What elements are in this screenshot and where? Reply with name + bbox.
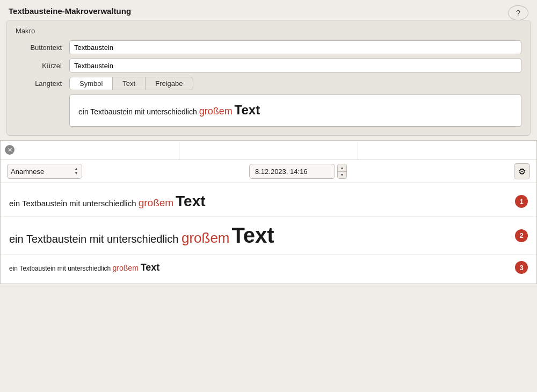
datetime-row: 8.12.2023, 14:16 ▲ ▼ (249, 164, 347, 179)
kuerzel-row: Kürzel (16, 59, 521, 72)
item2-text-normal: ein Textbaustein mit unterschiedlich (9, 233, 182, 245)
stepper-up-button[interactable]: ▲ (338, 164, 346, 172)
gear-icon: ⚙ (518, 166, 526, 177)
window-title: Textbausteine-Makroverwaltung (9, 6, 528, 16)
item1-text-bold: Text (176, 193, 206, 209)
macro-preview-box: ein Textbaustein mit unterschiedlich gro… (69, 95, 521, 127)
item2-text-bold: Text (231, 223, 274, 247)
preview-text-bold: Text (235, 103, 260, 117)
item3-text-bold: Text (141, 262, 160, 273)
badge-1: 1 (515, 195, 528, 208)
preview-item-2[interactable]: ein Textbaustein mit unterschiedlich gro… (1, 217, 536, 255)
item2-text-red: großem (182, 230, 230, 246)
datetime-display: 8.12.2023, 14:16 (249, 164, 335, 179)
preview-item-text-3: ein Textbaustein mit unterschiedlich gro… (9, 262, 515, 273)
tab-group: Symbol Text Freigabe (69, 77, 193, 90)
dropdown-arrows: ▲ ▼ (74, 167, 78, 176)
preview-item-text-2: ein Textbaustein mit unterschiedlich gro… (9, 223, 515, 248)
preview-text-normal: ein Textbaustein mit unterschiedlich (78, 107, 199, 116)
tab-text[interactable]: Text (113, 77, 146, 90)
macro-label: Makro (16, 27, 521, 35)
datetime-stepper: ▲ ▼ (337, 164, 347, 179)
bottom-panel: ✕ Anamnese ▲ ▼ 8.12.2023, 14:16 (0, 140, 537, 284)
app-window: Textbausteine-Makroverwaltung ? Makro Bu… (0, 0, 537, 392)
title-bar: Textbausteine-Makroverwaltung (0, 0, 537, 20)
tab-symbol[interactable]: Symbol (70, 77, 113, 90)
help-button[interactable]: ? (508, 5, 528, 20)
datetime-value: 8.12.2023, 14:16 (255, 168, 308, 176)
langtext-header: Langtext Symbol Text Freigabe (16, 77, 521, 90)
badge-2: 2 (515, 229, 528, 242)
buttontext-input[interactable] (69, 40, 521, 54)
buttontext-label: Buttontext (16, 43, 69, 52)
preview-item-3[interactable]: ein Textbaustein mit unterschiedlich gro… (1, 255, 536, 280)
tab-freigabe[interactable]: Freigabe (146, 77, 192, 90)
langtext-label: Langtext (16, 79, 69, 88)
close-button[interactable]: ✕ (5, 145, 14, 155)
preview-item-text-1: ein Textbaustein mit unterschiedlich gro… (9, 193, 515, 210)
badge-3: 3 (515, 261, 528, 274)
filter-cell-2 (179, 142, 358, 159)
preview-items-list: ein Textbaustein mit unterschiedlich gro… (1, 183, 536, 284)
category-dropdown[interactable]: Anamnese ▲ ▼ (7, 164, 82, 179)
controls-row: Anamnese ▲ ▼ 8.12.2023, 14:16 ▲ ▼ ⚙ (1, 160, 536, 183)
buttontext-row: Buttontext (16, 40, 521, 54)
dropdown-value: Anamnese (11, 168, 71, 176)
filter-cell-3 (358, 142, 536, 159)
filter-cell-1 (1, 142, 179, 159)
preview-item-1[interactable]: ein Textbaustein mit unterschiedlich gro… (1, 186, 536, 217)
item3-text-normal: ein Textbaustein mit unterschiedlich (9, 265, 113, 272)
kuerzel-input[interactable] (69, 59, 521, 72)
gear-button[interactable]: ⚙ (514, 163, 530, 179)
item1-text-red: großem (139, 197, 173, 208)
langtext-section: Langtext Symbol Text Freigabe ein Textba… (16, 77, 521, 127)
stepper-down-button[interactable]: ▼ (338, 172, 346, 179)
macro-panel: Makro Buttontext Kürzel Langtext Symbol … (6, 20, 531, 136)
item3-text-red: großem (113, 264, 139, 272)
item1-text-normal: ein Textbaustein mit unterschiedlich (9, 199, 139, 208)
kuerzel-label: Kürzel (16, 62, 69, 70)
filter-row (1, 142, 536, 160)
preview-text-red: großem (199, 106, 233, 117)
